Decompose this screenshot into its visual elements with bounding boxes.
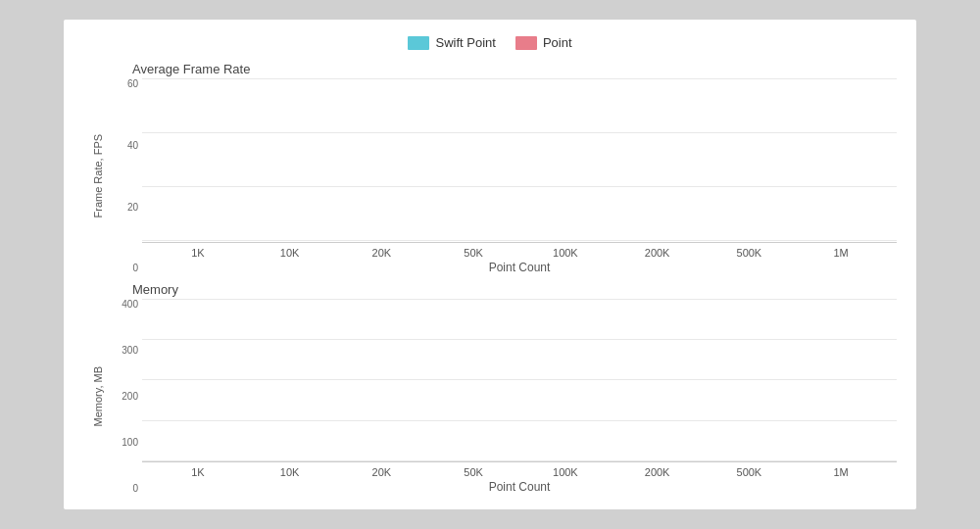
y-tick-value: 200 — [122, 391, 138, 402]
x-axis-label: 200K — [638, 466, 677, 478]
x-axis-label: 10K — [270, 247, 310, 259]
y-tick-value: 40 — [127, 140, 138, 151]
memory-y-ticks: 4003002001000 — [113, 299, 142, 495]
legend-swift-point: Swift Point — [408, 35, 495, 50]
memory-bars — [142, 299, 897, 462]
fps-canvas: 1K10K20K50K100K200K500K1M Point Count — [142, 78, 897, 274]
chart-legend: Swift Point Point — [83, 35, 897, 50]
fps-bars — [142, 78, 897, 242]
y-tick-value: 60 — [127, 78, 138, 89]
x-axis-label: 1K — [178, 466, 218, 478]
memory-chart-title: Memory — [132, 282, 897, 297]
legend-point-label: Point — [543, 35, 572, 50]
x-axis-label: 50K — [454, 247, 493, 259]
y-tick-value: 0 — [132, 483, 138, 494]
fps-chart-title: Average Frame Rate — [132, 62, 897, 76]
fps-y-label: Frame Rate, FPS — [83, 78, 113, 274]
memory-x-axis: 1K10K20K50K100K200K500K1M — [142, 462, 897, 478]
fps-chart: Average Frame Rate Frame Rate, FPS 60402… — [83, 62, 897, 274]
x-axis-label: 200K — [638, 247, 677, 259]
memory-chart: Memory Memory, MB 4003002001000 1K10K20K… — [83, 282, 897, 495]
y-tick-value: 20 — [127, 202, 138, 213]
swift-point-swatch — [408, 36, 429, 50]
x-axis-label: 500K — [729, 247, 768, 259]
fps-x-axis: 1K10K20K50K100K200K500K1M — [142, 243, 897, 259]
point-swatch — [515, 36, 537, 50]
memory-chart-with-ticks: 4003002001000 1K10K20K50K100K200K500K1M … — [113, 299, 897, 495]
memory-plot — [142, 299, 897, 463]
x-axis-label: 1M — [821, 466, 860, 478]
fps-plot — [142, 78, 897, 243]
fps-x-title: Point Count — [142, 261, 897, 274]
memory-y-label: Memory, MB — [83, 299, 113, 495]
y-tick-value: 300 — [122, 345, 138, 356]
memory-chart-inner: Memory, MB 4003002001000 1K10K20K50K100K… — [83, 299, 897, 495]
x-axis-label: 10K — [270, 466, 310, 478]
fps-y-ticks: 6040200 — [113, 78, 142, 274]
memory-x-title: Point Count — [142, 480, 897, 494]
fps-chart-inner: Frame Rate, FPS 6040200 1K10K20K50K100K2… — [83, 78, 897, 274]
memory-canvas: 1K10K20K50K100K200K500K1M Point Count — [142, 299, 897, 495]
x-axis-label: 1M — [821, 247, 860, 259]
x-axis-label: 20K — [362, 247, 401, 259]
x-axis-label: 100K — [546, 247, 585, 259]
x-axis-label: 50K — [454, 466, 493, 478]
y-tick-value: 0 — [132, 263, 138, 273]
x-axis-label: 20K — [362, 466, 401, 478]
y-tick-value: 100 — [122, 437, 138, 448]
x-axis-label: 100K — [546, 466, 585, 478]
x-axis-label: 1K — [178, 247, 218, 259]
legend-swift-point-label: Swift Point — [435, 35, 495, 50]
main-card: Swift Point Point Average Frame Rate Fra… — [64, 20, 916, 509]
x-axis-label: 500K — [729, 466, 768, 478]
legend-point: Point — [515, 35, 572, 50]
y-tick-value: 400 — [122, 299, 138, 310]
fps-chart-with-ticks: 6040200 1K10K20K50K100K200K500K1M Point … — [113, 78, 897, 274]
